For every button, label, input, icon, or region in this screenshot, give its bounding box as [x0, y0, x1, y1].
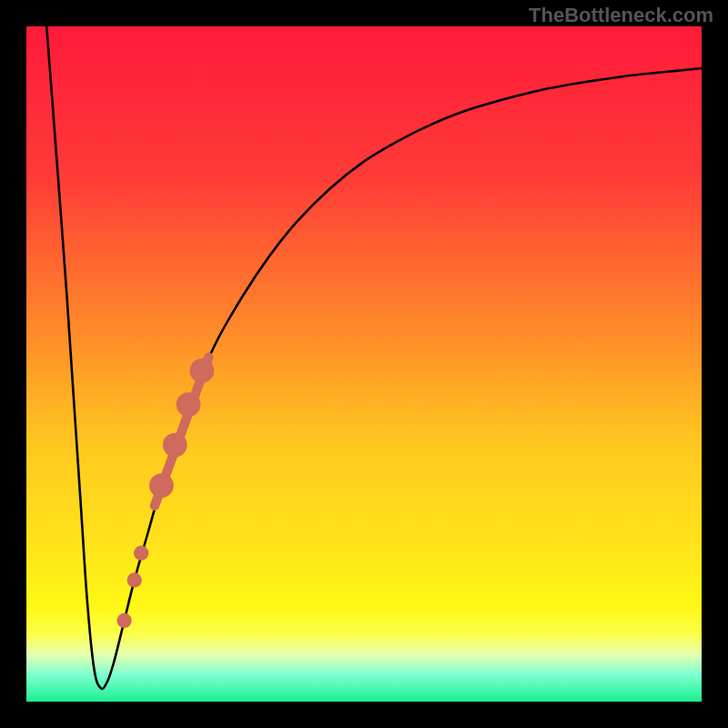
highlight-dot	[134, 546, 148, 561]
highlight-dot	[116, 613, 131, 628]
chart-frame: TheBottleneck.com	[0, 0, 728, 728]
highlight-dot	[127, 572, 142, 587]
plot-area	[26, 26, 702, 702]
watermark-text: TheBottleneck.com	[529, 4, 713, 27]
highlight-dot	[163, 433, 187, 458]
highlight-dot	[149, 473, 174, 498]
curve-layer	[26, 26, 702, 702]
highlight-dot	[177, 392, 201, 417]
highlight-dot	[190, 359, 215, 383]
bottleneck-curve	[46, 26, 702, 689]
